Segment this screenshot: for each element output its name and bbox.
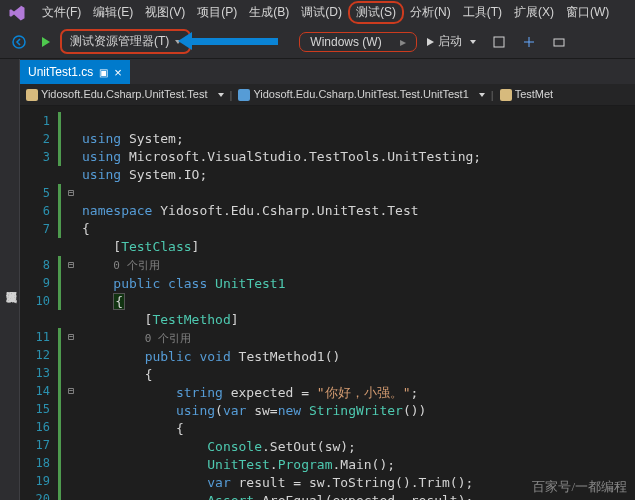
toolbar-misc-1[interactable] — [486, 32, 512, 52]
start-label: 启动 — [438, 33, 462, 50]
menu-extensions[interactable]: 扩展(X) — [508, 1, 560, 24]
menu-tools[interactable]: 工具(T) — [457, 1, 508, 24]
menu-window[interactable]: 窗口(W) — [560, 1, 615, 24]
crumb-method[interactable]: TestMet — [500, 88, 554, 101]
menu-build[interactable]: 生成(B) — [243, 1, 295, 24]
play-icon — [42, 37, 50, 47]
menubar: 文件(F) 编辑(E) 视图(V) 项目(P) 生成(B) 调试(D) 测试(S… — [0, 0, 635, 25]
menu-test[interactable]: 测试(S) — [348, 1, 404, 24]
start-debug-button[interactable]: 启动 — [421, 30, 482, 53]
code-content[interactable]: using System; using Microsoft.VisualStud… — [78, 106, 635, 500]
fold-gutter[interactable]: ⊟⊟⊟⊟ — [64, 106, 78, 500]
crumb-class[interactable]: Yidosoft.Edu.Csharp.UnitTest.Test.UnitTe… — [238, 88, 468, 101]
menu-project[interactable]: 项目(P) — [191, 1, 243, 24]
config-label: Windows (W) — [310, 35, 381, 49]
toolbar-misc-3[interactable] — [546, 32, 572, 52]
close-icon[interactable]: × — [114, 65, 122, 80]
menu-edit[interactable]: 编辑(E) — [87, 1, 139, 24]
sidebar-test-explorer-tab[interactable]: 测试资源管理器 — [0, 59, 20, 500]
menu-view[interactable]: 视图(V) — [139, 1, 191, 24]
line-gutter: 123567891011121314151617181920212223 — [20, 106, 58, 500]
chevron-down-icon — [470, 40, 476, 44]
tab-filename: UnitTest1.cs — [28, 65, 93, 79]
test-explorer-button[interactable]: 测试资源管理器(T) — [60, 29, 191, 54]
svg-rect-2 — [554, 39, 564, 46]
menu-debug[interactable]: 调试(D) — [295, 1, 348, 24]
code-editor[interactable]: 123567891011121314151617181920212223 ⊟⊟⊟… — [20, 106, 635, 500]
play-icon — [427, 38, 434, 46]
tab-well: UnitTest1.cs ▣ × — [20, 60, 130, 84]
svg-point-0 — [13, 36, 25, 48]
vs-logo-icon — [4, 3, 30, 23]
crumb-namespace[interactable]: Yidosoft.Edu.Csharp.UnitTest.Test — [26, 88, 208, 101]
toolbar-misc-2[interactable] — [516, 32, 542, 52]
svg-rect-1 — [494, 37, 504, 47]
pin-icon[interactable]: ▣ — [99, 67, 108, 78]
editor-tab-unittest1[interactable]: UnitTest1.cs ▣ × — [20, 60, 130, 84]
chevron-down-icon — [175, 40, 181, 44]
nav-back-button[interactable] — [6, 32, 32, 52]
run-button[interactable] — [36, 34, 56, 50]
toolbar: 测试资源管理器(T) Windows (W) ▸ 启动 — [0, 25, 635, 59]
config-dropdown[interactable]: Windows (W) ▸ — [299, 32, 416, 52]
watermark: 百家号/一都编程 — [532, 478, 627, 496]
test-explorer-label: 测试资源管理器(T) — [70, 33, 169, 50]
menu-analyze[interactable]: 分析(N) — [404, 1, 457, 24]
menu-file[interactable]: 文件(F) — [36, 1, 87, 24]
breadcrumb: Yidosoft.Edu.Csharp.UnitTest.Test | Yido… — [20, 84, 635, 106]
